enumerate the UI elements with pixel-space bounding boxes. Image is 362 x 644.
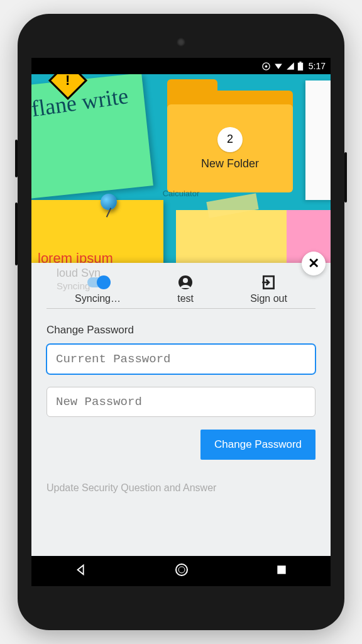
tab-sync[interactable]: Syncing… bbox=[75, 274, 121, 304]
change-password-button[interactable]: Change Password bbox=[200, 430, 315, 460]
settings-sheet: loud Syn Syncing ✕ Syncing… test bbox=[31, 263, 331, 556]
folder-item[interactable]: 2 New Folder bbox=[167, 79, 293, 192]
form-heading: Change Password bbox=[47, 324, 315, 336]
current-password-input[interactable] bbox=[47, 344, 315, 374]
pushpin-icon bbox=[101, 194, 123, 216]
sync-toggle-icon bbox=[87, 277, 109, 287]
close-button[interactable]: ✕ bbox=[302, 252, 326, 275]
tab-signout[interactable]: Sign out bbox=[250, 274, 287, 304]
status-time: 5:17 bbox=[309, 61, 326, 71]
sticky-note-green[interactable]: flane write bbox=[31, 74, 153, 199]
target-icon bbox=[261, 62, 271, 71]
svg-rect-3 bbox=[299, 62, 301, 63]
user-icon bbox=[178, 274, 193, 291]
signout-icon bbox=[261, 274, 277, 291]
svg-point-1 bbox=[265, 65, 267, 67]
wifi-icon bbox=[273, 62, 283, 70]
change-password-form: Change Password Change Password Update S… bbox=[31, 309, 331, 509]
folder-count-badge: 2 bbox=[217, 127, 243, 152]
close-icon: ✕ bbox=[308, 255, 319, 272]
status-bar: 5:17 bbox=[31, 58, 331, 74]
sheet-tabs: Syncing… test Sign out bbox=[47, 274, 315, 309]
paper bbox=[305, 80, 331, 200]
battery-icon bbox=[297, 62, 304, 71]
update-security-question-link[interactable]: Update Security Question and Answer bbox=[47, 460, 315, 494]
svg-point-5 bbox=[183, 278, 188, 283]
new-password-input[interactable] bbox=[47, 387, 315, 417]
svg-point-8 bbox=[178, 567, 185, 573]
nav-home-button[interactable] bbox=[174, 562, 189, 580]
nav-recent-button[interactable] bbox=[275, 564, 288, 579]
svg-point-7 bbox=[176, 564, 187, 575]
svg-rect-2 bbox=[298, 62, 303, 70]
tab-user[interactable]: test bbox=[177, 274, 194, 304]
svg-rect-9 bbox=[277, 565, 285, 574]
nav-back-button[interactable] bbox=[74, 563, 88, 579]
android-nav-bar bbox=[31, 556, 331, 586]
tab-user-label: test bbox=[177, 293, 194, 304]
folder-label: New Folder bbox=[201, 157, 259, 170]
tab-signout-label: Sign out bbox=[250, 293, 287, 304]
tab-sync-label: Syncing… bbox=[75, 293, 121, 304]
app-background: flane write ! 2 New Folder Calculator lo… bbox=[31, 74, 331, 556]
handwriting: flane write bbox=[31, 85, 133, 119]
cell-icon bbox=[286, 62, 295, 70]
